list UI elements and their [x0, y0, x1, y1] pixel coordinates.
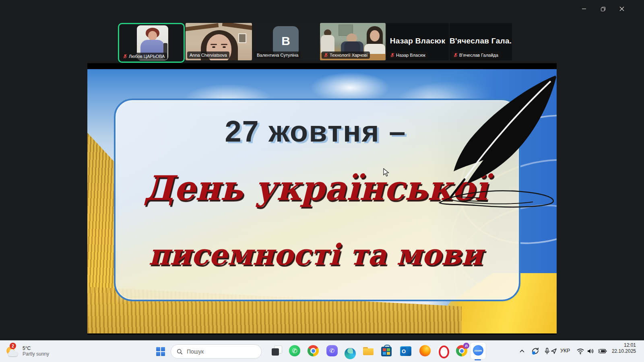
- restore-icon: [601, 6, 606, 12]
- wifi-icon: [576, 348, 584, 354]
- zoom-button[interactable]: zoom: [470, 342, 486, 360]
- participant-name: Любов ЦАРЬОВА: [129, 54, 165, 59]
- chrome-profile-button[interactable]: Л: [456, 345, 468, 357]
- participant-display-name: Назар Власюк: [386, 37, 449, 45]
- clock[interactable]: 12:01 22.10.2025: [612, 342, 636, 354]
- firefox-button[interactable]: [419, 345, 431, 357]
- edge-icon: [345, 348, 356, 359]
- battery-charging-icon: [597, 348, 607, 354]
- opera-icon: [438, 345, 449, 356]
- chrome-core: [460, 349, 464, 353]
- tray-sync-button[interactable]: [530, 345, 540, 357]
- weather-widget[interactable]: 2 5°C Partly sunny: [5, 343, 49, 359]
- search-placeholder: Пошук: [187, 348, 204, 355]
- participant-tile-viacheslav[interactable]: В'ячеслав Гала... В'ячеслав Галайда: [450, 23, 512, 60]
- clock-time: 12:01: [612, 342, 636, 348]
- participant-name: Технології Харчові: [330, 53, 367, 58]
- whatsapp-button[interactable]: ✆: [289, 345, 301, 357]
- profile-badge: Л: [463, 343, 469, 349]
- location-arrow-icon: [551, 348, 557, 355]
- edge-button[interactable]: [345, 345, 357, 357]
- windows-logo-icon: [161, 352, 165, 356]
- tray-chevron-button[interactable]: [519, 345, 525, 357]
- portrait-brow: [211, 44, 217, 45]
- volume-icon: [587, 348, 595, 354]
- opera-button[interactable]: [438, 345, 450, 357]
- participant-display-name: В'ячеслав Гала...: [450, 37, 512, 45]
- store-grid: [383, 348, 390, 355]
- firefox-icon: [419, 345, 431, 356]
- mouse-cursor: [383, 168, 389, 177]
- participant-name-label: В'ячеслав Галайда: [451, 51, 501, 59]
- clock-date: 22.10.2025: [612, 348, 636, 354]
- participant-name: Валентина Сутуліна: [257, 53, 298, 58]
- start-button[interactable]: [156, 347, 165, 356]
- outlook-icon: [400, 346, 411, 356]
- minimize-icon: [582, 6, 586, 11]
- microsoft-store-button[interactable]: [381, 345, 393, 357]
- participant-name: Назар Власюк: [396, 53, 425, 58]
- tray-mic-button[interactable]: [544, 345, 550, 357]
- tray-location-button[interactable]: [551, 345, 557, 357]
- participant-name-label: Anna Cherviatsova: [187, 51, 229, 59]
- participant-tile-tekhnolohii[interactable]: Технології Харчові: [320, 23, 386, 60]
- outlook-button[interactable]: [400, 345, 412, 357]
- windows-logo-icon: [161, 347, 165, 351]
- participant-tile-valentyna[interactable]: B Валентина Сутуліна: [253, 23, 319, 60]
- tray-wifi-button[interactable]: [576, 345, 584, 357]
- file-explorer-button[interactable]: [362, 345, 374, 357]
- microphone-icon: [544, 348, 550, 355]
- room-beam: [222, 23, 252, 31]
- file-explorer-icon: [362, 345, 374, 357]
- search-icon: [177, 349, 183, 355]
- portrait-eye: [223, 46, 226, 48]
- participant-name: Anna Cherviatsova: [190, 53, 227, 58]
- windows-logo-icon: [156, 352, 160, 356]
- language-indicator[interactable]: УКР: [560, 348, 570, 354]
- participant-name-label: Назар Власюк: [388, 51, 428, 59]
- participant-tile-lyubov[interactable]: Любов ЦАРЬОВА: [118, 23, 185, 63]
- participant-name-label: Любов ЦАРЬОВА: [121, 53, 167, 60]
- slide-title-line3: писемності та мови: [114, 237, 517, 272]
- shared-screen: 27 жовтня – День української писемності …: [87, 63, 557, 335]
- close-button[interactable]: [616, 4, 628, 14]
- chrome-icon: [308, 345, 319, 356]
- participant-tile-nazar[interactable]: Назар Власюк Назар Власюк: [386, 23, 449, 60]
- presentation-slide: 27 жовтня – День української писемності …: [87, 69, 557, 333]
- chrome-button[interactable]: [308, 345, 320, 357]
- classroom-person: [321, 35, 334, 53]
- weather-temperature: 5°C: [23, 346, 49, 351]
- search-input[interactable]: Пошук: [171, 344, 262, 359]
- chevron-up-icon: [519, 349, 525, 353]
- notification-badge: 2: [10, 343, 16, 349]
- quill-feather-illustration: [427, 70, 557, 211]
- cloud-icon: [8, 352, 18, 356]
- zoom-icon: zoom: [473, 345, 483, 356]
- folder-body: [363, 348, 374, 355]
- viber-button[interactable]: ✆: [326, 345, 339, 357]
- close-icon: [619, 6, 624, 11]
- mic-muted-icon: [390, 53, 394, 58]
- windows-logo-icon: [156, 347, 160, 351]
- participant-name-label: Технології Харчові: [322, 51, 370, 59]
- portrait-face: [148, 31, 157, 41]
- tray-volume-button[interactable]: [587, 345, 595, 357]
- room-beam: [186, 23, 219, 32]
- weather-icon: 2: [5, 343, 19, 359]
- mic-muted-icon: [454, 53, 458, 58]
- portrait-brow: [221, 44, 227, 45]
- minimize-button[interactable]: [578, 4, 590, 14]
- task-view-front-square: [272, 348, 279, 356]
- tray-battery-button[interactable]: [597, 345, 607, 357]
- whatsapp-icon: ✆: [289, 345, 300, 356]
- task-view-button[interactable]: [271, 345, 283, 357]
- avatar-letter: B: [281, 34, 290, 48]
- chrome-core: [312, 349, 315, 353]
- weather-condition: Partly sunny: [23, 351, 49, 357]
- participant-tile-anna[interactable]: Anna Cherviatsova: [186, 23, 252, 60]
- room-picture: [238, 33, 246, 43]
- sync-icon: [530, 347, 540, 356]
- restore-button[interactable]: [597, 4, 609, 14]
- participant-name-label: Валентина Сутуліна: [254, 51, 301, 59]
- chrome-icon: Л: [456, 345, 467, 356]
